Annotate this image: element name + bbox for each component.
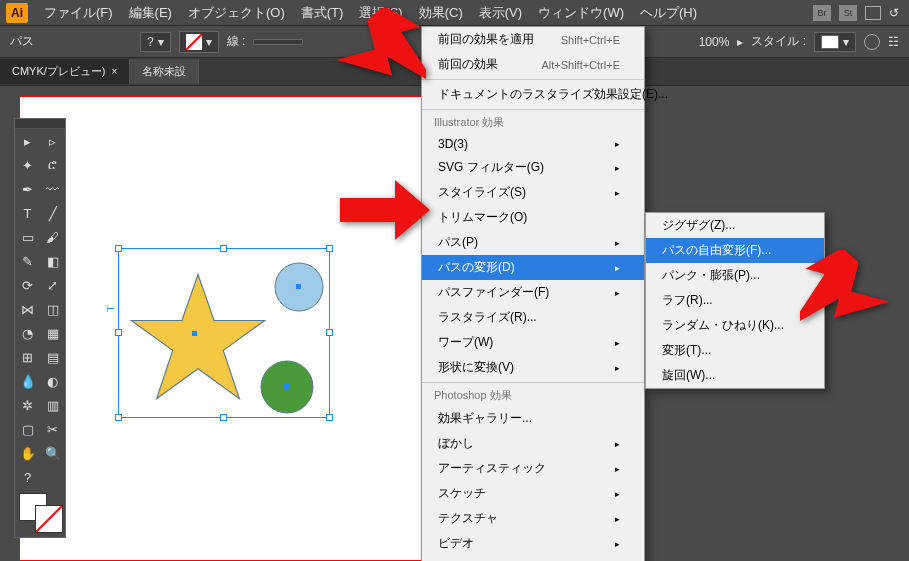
width-tool[interactable]: ⋈ (15, 297, 40, 321)
menu-item-pathfinder[interactable]: パスファインダー(F)▸ (422, 280, 644, 305)
lasso-tool[interactable]: ሮ (40, 153, 65, 177)
stock-icon[interactable]: St (839, 5, 857, 21)
rotate-tool[interactable]: ⟳ (15, 273, 40, 297)
menu-item-path[interactable]: パス(P)▸ (422, 230, 644, 255)
menu-section-illustrator: Illustrator 効果 (422, 112, 644, 133)
distort-submenu: ジグザグ(Z)... パスの自由変形(F)... パンク・膨張(P)... ラフ… (645, 212, 825, 389)
curvature-tool[interactable]: 〰 (40, 177, 65, 201)
shape-builder-tool[interactable]: ◔ (15, 321, 40, 345)
menu-item-stylize[interactable]: スタイライズ(S)▸ (422, 180, 644, 205)
touch-tool[interactable]: ? (15, 465, 40, 489)
eraser-tool[interactable]: ◧ (40, 249, 65, 273)
panel-grip[interactable] (15, 119, 65, 129)
menu-section-photoshop: Photoshop 効果 (422, 385, 644, 406)
menu-item-blur[interactable]: ぼかし▸ (422, 431, 644, 456)
recolor-icon[interactable] (864, 34, 880, 50)
line-tool[interactable]: ╱ (40, 201, 65, 225)
submenu-item-free-distort[interactable]: パスの自由変形(F)... (646, 238, 824, 263)
slice-tool[interactable]: ✂ (40, 417, 65, 441)
zoom-dropdown-icon[interactable]: ▸ (737, 35, 743, 49)
bridge-icon[interactable]: Br (813, 5, 831, 21)
perspective-tool[interactable]: ▦ (40, 321, 65, 345)
selection-type-label: パス (10, 33, 34, 50)
menu-view[interactable]: 表示(V) (471, 0, 530, 26)
fill-stroke-swatches[interactable] (19, 493, 63, 533)
submenu-item-transform[interactable]: 変形(T)... (646, 338, 824, 363)
menu-item-apply-last[interactable]: 前回の効果を適用Shift+Ctrl+E (422, 27, 644, 52)
menu-item-sketch[interactable]: スケッチ▸ (422, 481, 644, 506)
menu-type[interactable]: 書式(T) (293, 0, 352, 26)
direct-selection-tool[interactable]: ▹ (40, 129, 65, 153)
no-stroke-icon (186, 34, 202, 50)
menu-item-trim-marks[interactable]: トリムマーク(O) (422, 205, 644, 230)
submenu-item-pucker-bloat[interactable]: パンク・膨張(P)... (646, 263, 824, 288)
scale-tool[interactable]: ⤢ (40, 273, 65, 297)
menu-file[interactable]: ファイル(F) (36, 0, 121, 26)
menu-window[interactable]: ウィンドウ(W) (530, 0, 632, 26)
free-transform-tool[interactable]: ◫ (40, 297, 65, 321)
fill-picker[interactable]: ?▾ (140, 32, 171, 52)
star-shape[interactable] (131, 275, 264, 399)
menu-edit[interactable]: 編集(E) (121, 0, 180, 26)
rectangle-tool[interactable]: ▭ (15, 225, 40, 249)
zoom-value[interactable]: 100% (699, 35, 730, 49)
svg-rect-1 (284, 384, 289, 389)
submenu-item-zigzag[interactable]: ジグザグ(Z)... (646, 213, 824, 238)
selection-tool[interactable]: ▸ (15, 129, 40, 153)
submenu-item-roughen[interactable]: ラフ(R)... (646, 288, 824, 313)
toolbox: ▸▹ ✦ሮ ✒〰 T╱ ▭🖌 ✎◧ ⟳⤢ ⋈◫ ◔▦ ⊞▤ 💧◐ ✲▥ ▢✂ ✋… (14, 118, 66, 538)
tab-label: 名称未設 (142, 64, 186, 79)
submenu-item-twist[interactable]: 旋回(W)... (646, 363, 824, 388)
tab-label: CMYK/プレビュー) (12, 64, 106, 79)
app-logo-icon: Ai (6, 3, 28, 23)
align-icon[interactable]: ☷ (888, 35, 899, 49)
menu-item-pixelate[interactable]: ピクセレート▸ (422, 556, 644, 561)
gradient-tool[interactable]: ▤ (40, 345, 65, 369)
hand-tool[interactable]: ✋ (15, 441, 40, 465)
selection-bounds[interactable] (118, 248, 330, 418)
eyedropper-tool[interactable]: 💧 (15, 369, 40, 393)
menubar: Ai ファイル(F) 編集(E) オブジェクト(O) 書式(T) 選択(S) 効… (0, 0, 909, 26)
zoom-tool[interactable]: 🔍 (40, 441, 65, 465)
symbol-sprayer-tool[interactable]: ✲ (15, 393, 40, 417)
menu-effect[interactable]: 効果(C) (411, 0, 471, 26)
style-picker[interactable]: ▾ (814, 32, 856, 52)
menu-item-3d[interactable]: 3D(3)▸ (422, 133, 644, 155)
menu-item-warp[interactable]: ワープ(W)▸ (422, 330, 644, 355)
close-icon[interactable]: × (112, 66, 118, 77)
type-tool[interactable]: T (15, 201, 40, 225)
menu-help[interactable]: ヘルプ(H) (632, 0, 705, 26)
menu-item-last-effect[interactable]: 前回の効果Alt+Shift+Ctrl+E (422, 52, 644, 77)
document-tab[interactable]: CMYK/プレビュー) × (0, 59, 130, 84)
effect-menu-dropdown: 前回の効果を適用Shift+Ctrl+E 前回の効果Alt+Shift+Ctrl… (421, 26, 645, 561)
menu-object[interactable]: オブジェクト(O) (180, 0, 293, 26)
stroke-picker[interactable]: ▾ (179, 31, 219, 53)
menu-item-raster-settings[interactable]: ドキュメントのラスタライズ効果設定(E)... (422, 82, 644, 107)
graph-tool[interactable]: ▥ (40, 393, 65, 417)
mesh-tool[interactable]: ⊞ (15, 345, 40, 369)
stroke-weight[interactable] (253, 39, 303, 45)
document-tab[interactable]: 名称未設 (130, 59, 199, 84)
menu-item-video[interactable]: ビデオ▸ (422, 531, 644, 556)
magic-wand-tool[interactable]: ✦ (15, 153, 40, 177)
svg-rect-2 (192, 331, 197, 336)
menu-select[interactable]: 選択(S) (351, 0, 410, 26)
stroke-swatch[interactable] (35, 505, 63, 533)
menu-item-rasterize[interactable]: ラスタライズ(R)... (422, 305, 644, 330)
shaper-tool[interactable]: ✎ (15, 249, 40, 273)
menu-item-effect-gallery[interactable]: 効果ギャラリー... (422, 406, 644, 431)
menu-item-distort-transform[interactable]: パスの変形(D)▸ (422, 255, 644, 280)
menu-item-svg-filter[interactable]: SVG フィルター(G)▸ (422, 155, 644, 180)
brush-tool[interactable]: 🖌 (40, 225, 65, 249)
stroke-label: 線 : (227, 33, 246, 50)
pen-tool[interactable]: ✒ (15, 177, 40, 201)
style-label: スタイル : (751, 33, 806, 50)
arrange-icon[interactable] (865, 6, 881, 20)
menu-item-convert-shape[interactable]: 形状に変換(V)▸ (422, 355, 644, 380)
submenu-item-tweak[interactable]: ランダム・ひねり(K)... (646, 313, 824, 338)
blend-tool[interactable]: ◐ (40, 369, 65, 393)
sync-icon[interactable]: ↺ (889, 6, 899, 20)
menu-item-artistic[interactable]: アーティスティック▸ (422, 456, 644, 481)
artboard-tool[interactable]: ▢ (15, 417, 40, 441)
menu-item-texture[interactable]: テクスチャ▸ (422, 506, 644, 531)
